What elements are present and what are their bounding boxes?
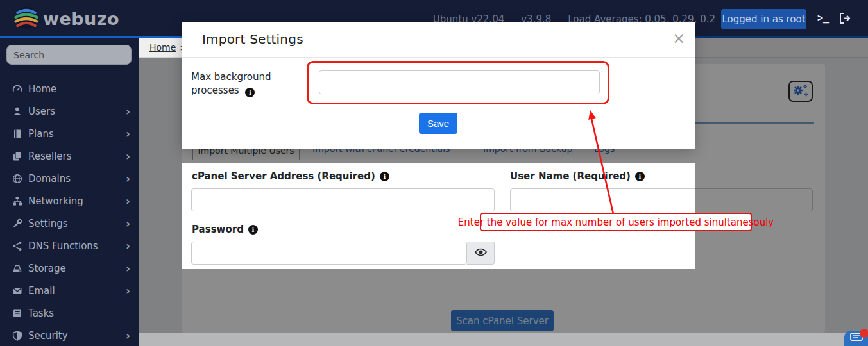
info-icon[interactable]: i [245, 88, 255, 97]
info-icon[interactable]: i [635, 172, 645, 181]
modal-backdrop[interactable] [139, 58, 182, 333]
chevron-right-icon: › [126, 105, 130, 118]
cpanel-address-input[interactable] [191, 188, 495, 211]
annotation-arrow [577, 106, 629, 224]
chevron-right-icon: › [126, 195, 130, 208]
annotation-highlight-rectangle [307, 61, 609, 104]
info-icon[interactable]: i [248, 225, 258, 235]
chat-notification-badge [860, 329, 868, 338]
security-icon [12, 331, 22, 341]
sidebar-item-storage[interactable]: Storage› [0, 257, 139, 279]
eye-icon [474, 247, 488, 260]
sidebar-item-settings[interactable]: Settings› [0, 212, 139, 235]
chevron-right-icon: › [126, 284, 130, 297]
modal-backdrop[interactable] [182, 269, 695, 333]
terminal-icon[interactable]: >_ [817, 12, 829, 24]
modal-header-divider [182, 57, 695, 58]
password-input[interactable] [191, 242, 467, 265]
toggle-password-visibility-button[interactable] [467, 242, 495, 265]
plans-icon [12, 129, 22, 139]
email-icon [12, 286, 22, 296]
chevron-right-icon: › [126, 150, 130, 163]
breadcrumb-home-link[interactable]: Home [149, 42, 176, 53]
logged-in-as-root-button[interactable]: Logged in as root [721, 9, 806, 29]
sidebar-item-home[interactable]: Home [0, 78, 139, 100]
settings-icon [12, 218, 22, 229]
chevron-right-icon: › [126, 240, 130, 252]
logout-icon[interactable] [838, 12, 852, 27]
save-button[interactable]: Save [419, 113, 457, 134]
max-background-processes-label: Max background processes i [191, 70, 289, 97]
chevron-right-icon: › [126, 217, 130, 230]
storage-icon [12, 263, 22, 274]
footer-bar [139, 333, 868, 346]
webuzo-logo[interactable]: webuzo [14, 6, 119, 33]
chevron-right-icon: › [126, 172, 130, 185]
password-label: Password i [192, 224, 258, 235]
sidebar-item-email[interactable]: Email› [0, 279, 139, 302]
close-icon[interactable]: × [672, 31, 685, 46]
search-input[interactable] [6, 45, 132, 65]
sidebar-item-networking[interactable]: Networking› [0, 190, 139, 212]
dashboard-icon [12, 84, 22, 94]
sidebar-item-plans[interactable]: Plans› [0, 122, 139, 145]
cpanel-address-label: cPanel Server Address (Required) i [192, 170, 389, 182]
networking-icon [12, 196, 22, 206]
sidebar-item-users[interactable]: Users› [0, 100, 139, 122]
chevron-right-icon: › [126, 128, 130, 140]
logo-text: webuzo [43, 7, 119, 31]
sidebar-item-dns-functions[interactable]: DNS Functions› [0, 235, 139, 257]
modal-title: Import Settings [202, 31, 303, 47]
sidebar: Home Users› Plans› Resellers› Domains› N… [0, 38, 139, 346]
sidebar-item-resellers[interactable]: Resellers› [0, 145, 139, 167]
users-icon [12, 106, 22, 117]
annotation-note: Enter the value for max number of users … [480, 213, 752, 231]
tasks-icon [12, 308, 22, 318]
chevron-right-icon: › [126, 262, 130, 275]
resellers-icon [12, 151, 22, 161]
sidebar-item-domains[interactable]: Domains› [0, 167, 139, 190]
dns-icon [12, 241, 22, 251]
webuzo-globe-icon [14, 6, 38, 33]
sidebar-item-security[interactable]: Security› [0, 324, 139, 346]
info-icon[interactable]: i [380, 172, 389, 181]
sidebar-item-tasks[interactable]: Tasks [0, 302, 139, 324]
domains-icon [12, 174, 22, 184]
modal-backdrop[interactable] [695, 36, 868, 333]
chevron-right-icon: › [126, 329, 130, 342]
